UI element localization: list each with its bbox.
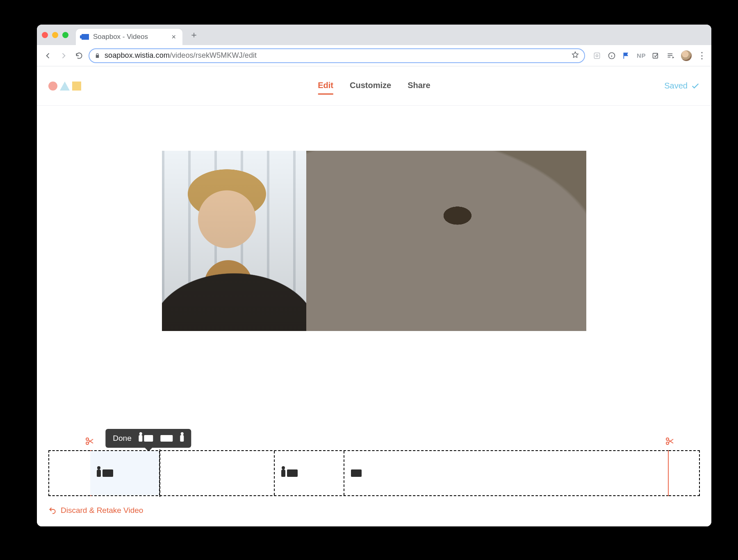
app-page: Edit Customize Share Saved Done	[37, 66, 711, 526]
lock-icon	[94, 52, 100, 59]
active-range	[90, 450, 669, 496]
layout-option-split[interactable]	[139, 435, 153, 442]
screen-pane	[306, 151, 586, 331]
flag-icon[interactable]	[622, 51, 631, 60]
profile-avatar[interactable]	[681, 50, 692, 61]
segment-1[interactable]	[90, 451, 160, 495]
browser-window: Soapbox - Videos × ＋ soapbox.wistia.com/…	[37, 25, 711, 526]
segment-layout-screen-icon	[351, 469, 362, 477]
discard-retake-button[interactable]: Discard & Retake Video	[48, 506, 143, 515]
video-preview[interactable]	[162, 151, 586, 331]
extension-icon-1[interactable]	[592, 51, 601, 60]
person-icon	[139, 435, 143, 442]
trimmed-region-end[interactable]	[669, 450, 700, 496]
url-host: soapbox.wistia.com	[105, 51, 170, 59]
info-icon[interactable]	[607, 51, 616, 60]
svg-rect-0	[594, 53, 599, 58]
close-window-button[interactable]	[42, 32, 48, 38]
segment-2[interactable]	[160, 451, 275, 495]
bookmark-star-icon[interactable]	[571, 51, 579, 61]
new-tab-button[interactable]: ＋	[188, 29, 200, 41]
save-status-label: Saved	[664, 81, 688, 91]
undo-icon	[48, 506, 57, 515]
checkbox-edit-icon[interactable]	[651, 51, 661, 60]
minimize-window-button[interactable]	[52, 32, 58, 38]
back-button[interactable]	[42, 50, 54, 62]
browser-menu-button[interactable]: ⋮	[697, 50, 706, 61]
screen-icon	[144, 435, 153, 442]
tab-edit[interactable]: Edit	[318, 77, 333, 95]
tooltip-done-label[interactable]: Done	[113, 434, 131, 443]
trimmed-region-start[interactable]	[48, 450, 90, 496]
logo-circle-icon	[48, 82, 57, 91]
check-icon	[691, 82, 700, 91]
window-controls	[42, 32, 68, 38]
layout-option-webcam-only[interactable]	[180, 435, 184, 442]
np-extension-badge[interactable]: NP	[637, 51, 646, 60]
svg-point-7	[666, 442, 669, 444]
playlist-icon[interactable]	[666, 51, 675, 60]
tab-share[interactable]: Share	[408, 77, 430, 95]
svg-point-1	[596, 54, 598, 57]
timeline[interactable]	[48, 450, 700, 496]
url-path: /videos/rsekW5MKWJ/edit	[170, 51, 257, 59]
tab-customize[interactable]: Customize	[350, 77, 391, 95]
address-bar[interactable]: soapbox.wistia.com/videos/rsekW5MKWJ/edi…	[89, 48, 585, 63]
layout-option-screen-only[interactable]	[161, 435, 173, 442]
webcam-pane	[162, 151, 306, 331]
favicon-icon	[82, 34, 89, 40]
reload-button[interactable]	[73, 50, 85, 62]
forward-button[interactable]	[57, 50, 70, 62]
segment-layout-split-icon	[97, 469, 113, 477]
titlebar: Soapbox - Videos × ＋	[37, 25, 711, 45]
fullscreen-window-button[interactable]	[62, 32, 68, 38]
save-status: Saved	[664, 81, 700, 91]
browser-tab[interactable]: Soapbox - Videos ×	[76, 29, 182, 45]
soapbox-logo[interactable]	[48, 82, 81, 91]
trim-end-handle[interactable]	[665, 436, 674, 448]
header-tabs: Edit Customize Share	[318, 77, 430, 95]
close-tab-button[interactable]: ×	[171, 33, 176, 41]
layout-tooltip: Done	[105, 429, 191, 448]
segment-4[interactable]	[344, 451, 669, 495]
logo-triangle-icon	[60, 82, 70, 91]
discard-label: Discard & Retake Video	[61, 506, 143, 515]
app-header: Edit Customize Share Saved	[37, 66, 711, 106]
url-text: soapbox.wistia.com/videos/rsekW5MKWJ/edi…	[105, 51, 567, 60]
svg-point-4	[86, 438, 89, 440]
extensions-area: NP ⋮	[592, 50, 706, 61]
browser-toolbar: soapbox.wistia.com/videos/rsekW5MKWJ/edi…	[37, 45, 711, 66]
screen-icon	[161, 435, 173, 442]
trim-start-handle[interactable]	[84, 436, 94, 448]
svg-point-6	[666, 438, 669, 440]
logo-square-icon	[72, 82, 81, 91]
segment-layout-split-icon	[281, 469, 298, 477]
timeline-area: Done	[37, 450, 711, 496]
person-icon	[180, 435, 184, 442]
svg-point-5	[86, 442, 89, 444]
segment-3[interactable]	[275, 451, 344, 495]
tab-title: Soapbox - Videos	[93, 33, 167, 41]
